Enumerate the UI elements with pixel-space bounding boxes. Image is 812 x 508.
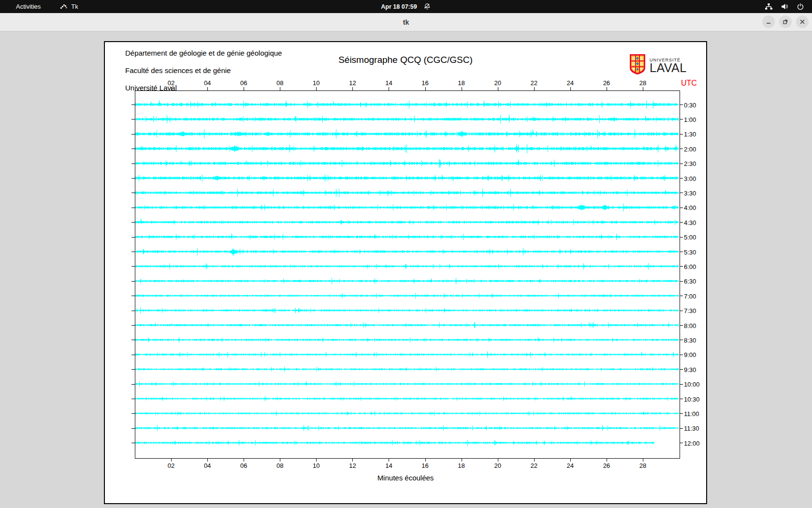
y-tick-mark-left <box>131 252 135 252</box>
universite-laval-logo: UNIVERSITÉ LAVAL <box>629 54 687 77</box>
y-tick-mark-right <box>680 384 683 385</box>
utc-row-label: 9:30 <box>684 366 696 373</box>
utc-row-label: 11:30 <box>684 425 699 432</box>
y-tick-mark-left <box>131 193 135 193</box>
utc-row-label: 9:00 <box>684 351 696 359</box>
x-tick-label-top: 18 <box>458 79 464 87</box>
x-tick-label-top: 22 <box>530 79 537 87</box>
x-tick-mark-bottom <box>280 458 280 462</box>
y-tick-mark-right <box>680 266 683 267</box>
utc-row-label: 8:00 <box>684 322 696 329</box>
y-tick-mark-left <box>131 208 135 208</box>
y-tick-mark-right <box>680 119 683 120</box>
x-tick-label-top: 10 <box>313 79 319 87</box>
utc-row-label: 5:00 <box>684 234 696 241</box>
x-tick-mark-top <box>207 87 208 90</box>
tk-icon <box>60 3 68 11</box>
x-tick-label-bottom: 20 <box>494 462 501 469</box>
x-tick-label-bottom: 24 <box>567 462 574 469</box>
seismogram-traces <box>135 91 679 457</box>
y-tick-mark-right <box>680 325 683 326</box>
utc-row-label: 1:30 <box>684 131 696 138</box>
x-tick-mark-top <box>534 87 535 90</box>
x-tick-mark-bottom <box>643 458 643 462</box>
y-tick-mark-left <box>131 164 135 164</box>
x-tick-mark-top <box>643 87 643 90</box>
x-tick-label-top: 26 <box>603 79 610 87</box>
utc-row-label: 6:30 <box>684 278 696 285</box>
window-title: tk <box>403 18 409 26</box>
y-tick-mark-right <box>680 193 683 193</box>
x-tick-label-bottom: 08 <box>276 462 283 469</box>
x-tick-mark-top <box>171 87 172 90</box>
utc-row-label: 3:00 <box>684 175 696 182</box>
y-tick-mark-right <box>680 222 683 223</box>
x-tick-mark-top <box>570 87 571 90</box>
utc-row-label: 10:00 <box>684 381 700 388</box>
y-tick-mark-right <box>680 355 683 355</box>
y-tick-mark-right <box>680 296 683 296</box>
x-tick-label-bottom: 14 <box>385 462 392 469</box>
x-tick-mark-bottom <box>425 458 426 462</box>
y-tick-mark-right <box>680 428 683 429</box>
x-tick-label-bottom: 02 <box>168 462 174 469</box>
utc-row-label: 12:00 <box>684 439 700 447</box>
y-tick-mark-left <box>131 237 135 238</box>
y-tick-mark-left <box>131 443 135 443</box>
x-tick-mark-bottom <box>316 458 317 462</box>
utc-row-label: 2:30 <box>684 160 696 167</box>
y-tick-mark-left <box>131 281 135 282</box>
maximize-button[interactable] <box>779 15 792 28</box>
logo-laval-text: LAVAL <box>650 62 687 73</box>
utc-row-label: 11:00 <box>684 410 699 417</box>
y-tick-mark-left <box>131 369 135 370</box>
app-indicator-label: Tk <box>71 3 78 10</box>
y-tick-mark-right <box>680 252 683 252</box>
utc-row-label: 7:00 <box>684 292 696 299</box>
x-tick-label-top: 08 <box>276 79 283 87</box>
x-tick-mark-top <box>316 87 317 90</box>
network-wired-icon[interactable] <box>765 2 773 11</box>
utc-row-label: 7:30 <box>684 307 696 314</box>
y-tick-mark-right <box>680 237 683 238</box>
clock-menu[interactable]: Apr 18 07:59 <box>381 3 431 10</box>
app-indicator-tk[interactable]: Tk <box>60 3 78 11</box>
x-tick-mark-bottom <box>171 458 172 462</box>
utc-row-label: 6:00 <box>684 263 696 270</box>
utc-row-label: 2:00 <box>684 145 696 152</box>
utc-axis-title: UTC <box>681 79 697 88</box>
close-button[interactable] <box>796 15 809 28</box>
utc-row-label: 4:30 <box>684 219 696 226</box>
y-tick-mark-right <box>680 340 683 340</box>
x-tick-mark-bottom <box>570 458 571 462</box>
x-tick-label-top: 20 <box>494 79 501 87</box>
y-tick-mark-right <box>680 369 683 370</box>
y-tick-mark-right <box>680 413 683 414</box>
volume-icon[interactable] <box>781 2 789 11</box>
x-tick-mark-top <box>462 87 462 90</box>
y-tick-mark-right <box>680 208 683 208</box>
notifications-disabled-icon <box>424 3 431 10</box>
window-titlebar[interactable]: tk <box>0 13 812 31</box>
y-tick-mark-right <box>680 105 683 105</box>
x-tick-label-top: 16 <box>421 79 428 87</box>
x-tick-label-top: 04 <box>204 79 211 87</box>
y-tick-mark-left <box>131 311 135 311</box>
y-tick-mark-left <box>131 222 135 223</box>
activities-button[interactable]: Activities <box>13 2 44 11</box>
x-tick-label-bottom: 18 <box>458 462 464 469</box>
minimize-button[interactable] <box>762 15 775 28</box>
gnome-top-bar: Activities Tk Apr 18 07:59 <box>0 0 812 13</box>
x-tick-mark-bottom <box>462 458 462 462</box>
y-tick-mark-left <box>131 134 135 134</box>
y-tick-mark-right <box>680 149 683 149</box>
x-tick-label-bottom: 28 <box>639 462 646 469</box>
utc-row-label: 4:00 <box>684 204 696 211</box>
x-tick-label-top: 24 <box>567 79 574 87</box>
utc-row-label: 10:30 <box>684 395 700 403</box>
y-tick-mark-right <box>680 311 683 311</box>
power-icon[interactable] <box>797 3 804 11</box>
y-tick-mark-left <box>131 340 135 340</box>
y-tick-mark-left <box>131 325 135 326</box>
x-tick-label-top: 14 <box>385 79 392 87</box>
